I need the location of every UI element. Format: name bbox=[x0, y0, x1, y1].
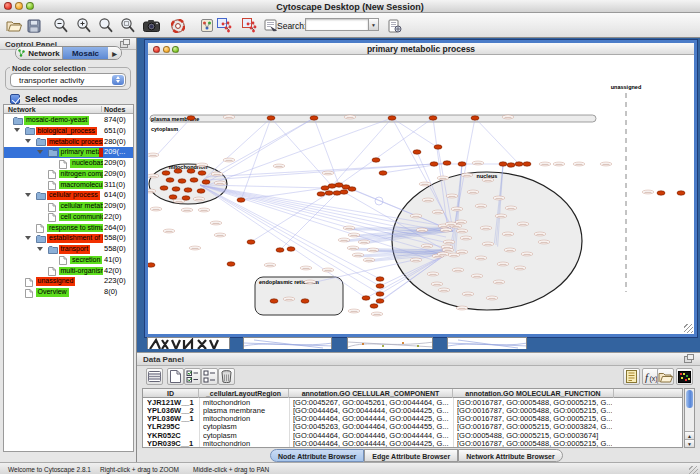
zoom-out-icon[interactable] bbox=[52, 16, 70, 35]
float-panel-icon[interactable] bbox=[120, 41, 128, 48]
graph-node[interactable] bbox=[198, 171, 206, 175]
graph-node[interactable] bbox=[376, 292, 384, 296]
graph-node[interactable] bbox=[169, 195, 177, 199]
search-options-icon[interactable] bbox=[386, 16, 404, 35]
tree-row[interactable]: cellular metabol209(0) bbox=[4, 201, 133, 212]
graph-node[interactable] bbox=[413, 150, 421, 154]
create-attribute-icon[interactable] bbox=[167, 368, 184, 385]
table-row[interactable]: YPL036W__1mitochondrion[GO:0044464, GO:0… bbox=[143, 415, 682, 423]
graph-node[interactable] bbox=[376, 299, 384, 303]
tree-row[interactable]: metabolic process280(0) bbox=[4, 137, 133, 148]
graph-node[interactable] bbox=[523, 162, 531, 166]
tree-row[interactable]: cellular process614(0) bbox=[4, 190, 133, 201]
graph-node[interactable] bbox=[301, 299, 309, 303]
tree-row[interactable]: primary metabo209(... bbox=[4, 147, 133, 158]
tree-row[interactable]: response to stimulu264(0) bbox=[4, 223, 133, 234]
disclosure-triangle-icon[interactable] bbox=[25, 236, 31, 240]
graph-node[interactable] bbox=[178, 179, 186, 183]
graph-node[interactable] bbox=[388, 116, 396, 120]
disclosure-triangle-icon[interactable] bbox=[14, 128, 20, 132]
disclosure-triangle-icon[interactable] bbox=[37, 150, 43, 154]
graph-node[interactable] bbox=[507, 163, 515, 167]
table-scrollbar[interactable]: ▲ ▼ bbox=[684, 388, 695, 448]
tab-mosaic[interactable]: Mosaic bbox=[63, 47, 108, 59]
graph-node[interactable] bbox=[172, 187, 180, 191]
network-window-titlebar[interactable]: primary metabolic process bbox=[148, 43, 694, 55]
graph-node[interactable] bbox=[162, 171, 170, 175]
graph-node[interactable] bbox=[197, 189, 205, 193]
column-header[interactable]: annotation.GO MOLECULAR_FUNCTION bbox=[453, 389, 614, 398]
resize-grip-icon[interactable] bbox=[684, 324, 693, 333]
tree-row[interactable]: establishment of lo558(0) bbox=[4, 233, 133, 244]
graph-node[interactable] bbox=[160, 186, 168, 190]
search-input[interactable] bbox=[305, 18, 369, 31]
graph-node[interactable] bbox=[310, 116, 318, 120]
background-window-fragment[interactable] bbox=[347, 337, 433, 349]
delete-attribute-icon[interactable] bbox=[218, 368, 235, 385]
tab-network[interactable]: Network bbox=[16, 47, 63, 59]
data-panel-float-icon[interactable] bbox=[684, 356, 692, 363]
graph-node[interactable] bbox=[276, 248, 284, 252]
tree-row[interactable]: mosaic-demo-yeast874(0) bbox=[4, 115, 133, 126]
disclosure-triangle-icon[interactable] bbox=[25, 193, 31, 197]
graph-node[interactable] bbox=[148, 263, 155, 267]
table-row[interactable]: YKR052Ccytoplasm[GO:0044464, GO:0044446,… bbox=[143, 432, 682, 440]
help-lifebuoy-icon[interactable] bbox=[169, 16, 187, 35]
tree-row[interactable]: transport558(0) bbox=[4, 244, 133, 255]
table-row[interactable]: YDR039C__1mitochondrion[GO:0044464, GO:0… bbox=[143, 440, 682, 448]
graph-node[interactable] bbox=[287, 247, 295, 251]
window-resize-grip-icon[interactable] bbox=[689, 466, 698, 474]
network-canvas[interactable]: plasma membranecytoplasmmitochondrionnuc… bbox=[148, 55, 694, 334]
graph-node[interactable] bbox=[362, 296, 370, 300]
graph-node[interactable] bbox=[370, 304, 378, 308]
table-row[interactable]: YPL036W__2plasma membrane[GO:0044464, GO… bbox=[143, 407, 682, 415]
graph-node[interactable] bbox=[458, 162, 466, 166]
scroll-up-button[interactable]: ▲ bbox=[685, 431, 694, 439]
graph-node[interactable] bbox=[376, 277, 384, 281]
tab-node-attribute-browser[interactable]: Node Attribute Browser bbox=[270, 449, 364, 462]
graph-node[interactable] bbox=[202, 180, 210, 184]
graph-node[interactable] bbox=[443, 161, 451, 165]
graph-node[interactable] bbox=[317, 192, 325, 196]
import-attributes-icon[interactable] bbox=[241, 16, 259, 35]
disclosure-triangle-icon[interactable] bbox=[37, 247, 43, 251]
column-header[interactable]: ID bbox=[143, 389, 199, 398]
save-session-icon[interactable] bbox=[25, 16, 43, 35]
graph-node[interactable] bbox=[429, 116, 437, 120]
table-row[interactable]: YLR295Ccytoplasm[GO:0045263, GO:0044464,… bbox=[143, 423, 682, 431]
matrix-view-icon[interactable] bbox=[676, 368, 693, 385]
tree-row[interactable]: unassigned223(0) bbox=[4, 276, 133, 287]
select-attributes-icon[interactable] bbox=[184, 368, 201, 385]
background-window-fragment[interactable] bbox=[447, 337, 527, 349]
table-row[interactable]: YJR121W__1mitochondrion[GO:0045267, GO:0… bbox=[143, 399, 682, 407]
column-header[interactable]: _cellularLayoutRegion bbox=[199, 389, 289, 398]
graph-node[interactable] bbox=[499, 162, 507, 166]
graph-node[interactable] bbox=[434, 145, 442, 149]
graph-node[interactable] bbox=[515, 162, 523, 166]
column-header[interactable]: annotation.GO CELLULAR_COMPONENT bbox=[289, 389, 453, 398]
tree-row[interactable]: nucleobase-209(0) bbox=[4, 158, 133, 169]
graph-node[interactable] bbox=[182, 196, 190, 200]
graph-node[interactable] bbox=[184, 188, 192, 192]
import-network-icon[interactable] bbox=[216, 16, 234, 35]
zoom-selected-region-icon[interactable] bbox=[119, 16, 137, 35]
scroll-down-button[interactable]: ▼ bbox=[685, 439, 694, 447]
select-nodes-checkbox[interactable] bbox=[10, 94, 20, 104]
graph-node[interactable] bbox=[376, 284, 384, 288]
graph-node[interactable] bbox=[430, 162, 438, 166]
graph-node[interactable] bbox=[267, 116, 275, 120]
zoom-fit-content-icon[interactable] bbox=[97, 16, 115, 35]
import-attributes-icon[interactable] bbox=[657, 368, 674, 385]
graph-node[interactable] bbox=[174, 169, 182, 173]
graph-node[interactable] bbox=[190, 178, 198, 182]
graph-node[interactable] bbox=[348, 187, 356, 191]
graph-node[interactable] bbox=[325, 191, 333, 195]
graph-node[interactable] bbox=[166, 178, 174, 182]
tree-row[interactable]: nitrogen compo209(0) bbox=[4, 169, 133, 180]
graph-node[interactable] bbox=[340, 190, 348, 194]
snapshot-camera-icon[interactable] bbox=[142, 16, 160, 35]
graph-node[interactable] bbox=[187, 116, 195, 120]
graph-node[interactable] bbox=[471, 116, 479, 120]
search-dropdown-arrow[interactable]: ▼ bbox=[369, 18, 379, 31]
scrollbar-thumb[interactable] bbox=[686, 390, 693, 408]
